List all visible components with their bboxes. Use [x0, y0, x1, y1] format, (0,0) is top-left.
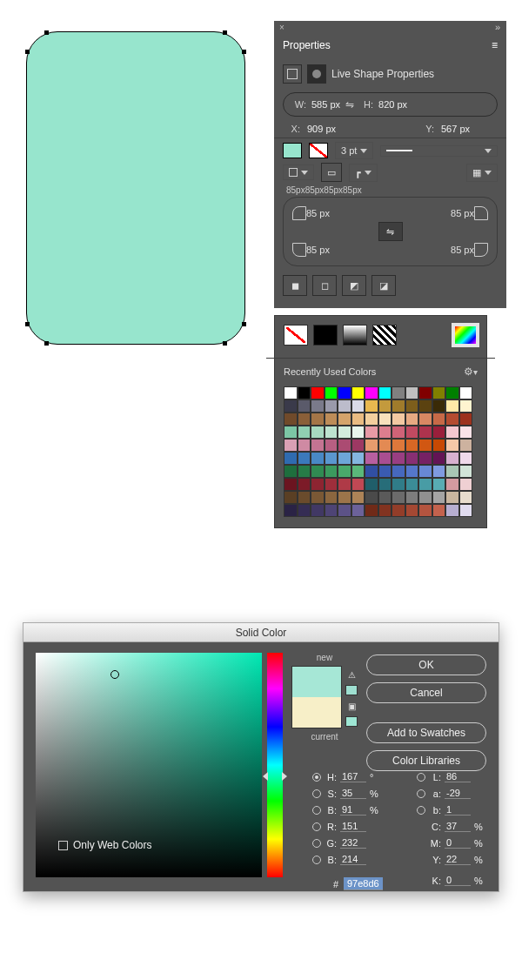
swatch[interactable] — [351, 491, 365, 504]
m-input[interactable]: 0 — [445, 837, 471, 849]
swatch[interactable] — [405, 491, 419, 504]
swatch[interactable] — [284, 504, 298, 517]
fill-none-button[interactable] — [284, 325, 308, 346]
swatch[interactable] — [459, 504, 473, 517]
swatch[interactable] — [432, 504, 446, 517]
swatch[interactable] — [284, 439, 298, 452]
swatch[interactable] — [338, 413, 351, 426]
swatch[interactable] — [351, 465, 365, 478]
ok-button[interactable]: OK — [366, 654, 486, 675]
width-input[interactable]: 585 px — [311, 99, 340, 110]
swatch[interactable] — [284, 413, 298, 426]
swatch[interactable] — [365, 504, 378, 517]
radio-a[interactable] — [417, 789, 425, 798]
height-input[interactable]: 820 px — [378, 99, 407, 110]
swatch[interactable] — [311, 399, 325, 413]
s-input[interactable]: 35 — [340, 788, 366, 799]
fill-solid-button[interactable] — [313, 325, 338, 346]
swatch[interactable] — [284, 399, 298, 413]
swatch[interactable] — [338, 439, 351, 452]
swatch[interactable] — [378, 426, 392, 439]
swatch[interactable] — [459, 491, 473, 504]
swatch[interactable] — [351, 452, 365, 465]
shape-type-icon[interactable] — [283, 64, 302, 84]
swatch[interactable] — [445, 399, 459, 413]
swatch[interactable] — [459, 452, 473, 465]
color-libraries-button[interactable]: Color Libraries — [366, 750, 486, 771]
cube-icon[interactable]: ▣ — [345, 701, 358, 711]
swatch[interactable] — [432, 413, 446, 426]
swatch[interactable] — [284, 465, 298, 478]
corner-tr-icon[interactable] — [474, 206, 488, 220]
swatch[interactable] — [392, 504, 405, 517]
handle[interactable] — [223, 341, 227, 346]
swatch[interactable] — [351, 478, 365, 491]
gear-icon[interactable]: ⚙▾ — [464, 366, 478, 378]
swatch[interactable] — [405, 386, 419, 399]
corner-br-input[interactable]: 85 px — [451, 245, 474, 255]
corner-bl-icon[interactable] — [292, 243, 306, 257]
y-input[interactable]: 22 — [445, 854, 471, 865]
swatch[interactable] — [298, 465, 311, 478]
bc-input[interactable]: 214 — [340, 854, 366, 865]
swatch[interactable] — [378, 439, 392, 452]
swatch[interactable] — [418, 465, 432, 478]
swatch[interactable] — [378, 452, 392, 465]
swatch[interactable] — [432, 439, 446, 452]
radio-bc[interactable] — [312, 856, 321, 864]
swatch[interactable] — [365, 478, 378, 491]
swatch[interactable] — [351, 439, 365, 452]
swatch[interactable] — [311, 426, 325, 439]
swatch[interactable] — [459, 439, 473, 452]
swatch[interactable] — [432, 491, 446, 504]
stroke-caps-button[interactable]: ▭ — [321, 163, 342, 182]
swatch[interactable] — [338, 399, 351, 413]
swatch[interactable] — [298, 491, 311, 504]
corner-bl-input[interactable]: 85 px — [306, 245, 330, 255]
radio-g[interactable] — [312, 839, 321, 848]
fill-swatch[interactable] — [283, 143, 302, 158]
swatch[interactable] — [284, 452, 298, 465]
swatch[interactable] — [298, 452, 311, 465]
swatch[interactable] — [405, 426, 419, 439]
radio-s[interactable] — [312, 789, 321, 798]
swatch[interactable] — [378, 399, 392, 413]
swatch[interactable] — [378, 491, 392, 504]
swatch[interactable] — [405, 399, 419, 413]
swatch[interactable] — [311, 478, 325, 491]
swatch[interactable] — [392, 439, 405, 452]
swatch[interactable] — [325, 478, 338, 491]
path-unite-button[interactable]: ◼ — [283, 275, 307, 296]
swatch[interactable] — [392, 452, 405, 465]
fill-colorpicker-button[interactable] — [453, 325, 478, 346]
swatch[interactable] — [432, 386, 446, 399]
stroke-style-dropdown[interactable] — [380, 145, 498, 157]
swatch[interactable] — [459, 413, 473, 426]
stroke-align-dropdown[interactable] — [283, 164, 314, 180]
swatch[interactable] — [392, 465, 405, 478]
swatch[interactable] — [418, 452, 432, 465]
swatch[interactable] — [459, 465, 473, 478]
radio-h[interactable] — [312, 773, 321, 782]
swatch[interactable] — [298, 413, 311, 426]
radio-bh[interactable] — [312, 806, 321, 815]
swatch[interactable] — [338, 386, 351, 399]
swatch[interactable] — [325, 426, 338, 439]
swatch[interactable] — [418, 426, 432, 439]
swatch[interactable] — [459, 426, 473, 439]
swatch[interactable] — [325, 452, 338, 465]
color-cursor[interactable] — [110, 670, 119, 679]
close-icon[interactable]: × — [279, 23, 284, 32]
swatch[interactable] — [311, 504, 325, 517]
swatch[interactable] — [311, 439, 325, 452]
swatch[interactable] — [418, 399, 432, 413]
swatch[interactable] — [418, 491, 432, 504]
swatch[interactable] — [445, 413, 459, 426]
swatch[interactable] — [365, 413, 378, 426]
hue-marker[interactable] — [263, 772, 287, 781]
panel-menu-icon[interactable]: » — [495, 22, 501, 32]
swatch[interactable] — [351, 504, 365, 517]
websafe-swatch[interactable] — [345, 716, 358, 727]
swatch[interactable] — [284, 478, 298, 491]
swatch[interactable] — [405, 504, 419, 517]
